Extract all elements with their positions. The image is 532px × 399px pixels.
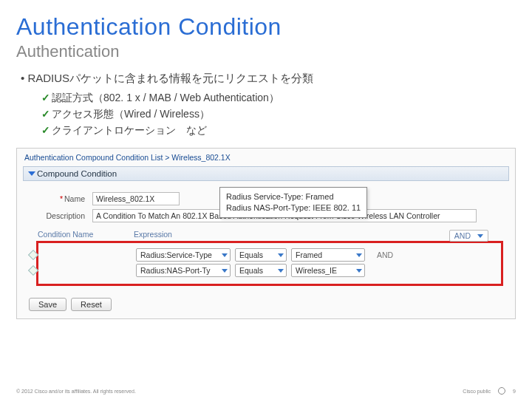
section-title: Compound Condition [37, 169, 117, 178]
attribute-select[interactable]: Radius:Service-Type [136, 248, 231, 262]
slide-subtitle: Authentication [16, 42, 516, 61]
row-logic-label: AND [377, 250, 393, 259]
value-select[interactable]: Wireless_IE [291, 264, 365, 277]
bullet-sub-2: ✓アクセス形態（Wired / Wireless） [41, 108, 516, 121]
operator-select[interactable]: Equals [235, 248, 287, 262]
slide-footer: © 2012 Cisco and/or its affiliates. All … [16, 387, 516, 395]
condition-row: Radius:Service-Type Equals Framed AND [43, 248, 497, 262]
globe-icon [498, 387, 505, 395]
chevron-down-icon [278, 269, 284, 273]
value-select[interactable]: Framed [291, 248, 365, 262]
check-icon: ✓ [41, 108, 50, 120]
logic-operator-select[interactable]: AND [449, 230, 488, 242]
bullet-sub-3: ✓クライアントロケーション など [41, 124, 516, 137]
section-header[interactable]: Compound Condition [23, 166, 509, 181]
chevron-down-icon [477, 234, 483, 238]
chevron-down-icon [278, 253, 284, 257]
name-input[interactable] [92, 192, 180, 205]
chevron-down-icon [356, 269, 362, 273]
tooltip-callout: Radius Service-Type: Framed Radius NAS-P… [219, 187, 367, 218]
condition-handle-icon[interactable] [28, 250, 38, 260]
check-icon: ✓ [41, 124, 50, 136]
breadcrumb[interactable]: Authentication Compound Condition List >… [17, 149, 515, 163]
brand-text: Cisco public [463, 389, 491, 394]
slide-title: Authentication Condition [16, 13, 516, 41]
chevron-down-icon [222, 253, 228, 257]
reset-button[interactable]: Reset [71, 298, 112, 311]
chevron-down-icon [222, 269, 228, 273]
page-number: 9 [513, 389, 516, 394]
collapse-icon[interactable] [28, 171, 35, 176]
name-label: *Name [35, 194, 92, 203]
attribute-select[interactable]: Radius:NAS-Port-Ty [136, 264, 231, 277]
description-label: Description [35, 211, 92, 220]
chevron-down-icon [356, 253, 362, 257]
operator-select[interactable]: Equals [235, 264, 287, 277]
col-header-expression: Expression [134, 230, 503, 239]
highlighted-conditions: Radius:Service-Type Equals Framed AND Ra… [36, 241, 503, 286]
check-icon: ✓ [41, 92, 50, 103]
copyright-text: © 2012 Cisco and/or its affiliates. All … [16, 389, 136, 394]
bullet-sub-1: ✓認証方式（802. 1 x / MAB / Web Authenticatio… [41, 92, 516, 105]
condition-handle-icon[interactable] [28, 265, 38, 276]
col-header-condition-name: Condition Name [38, 230, 131, 239]
save-button[interactable]: Save [29, 298, 66, 311]
condition-row: Radius:NAS-Port-Ty Equals Wireless_IE [43, 264, 497, 277]
bullet-main: RADIUSパケットに含まれる情報を元にリクエストを分類 [21, 72, 516, 86]
condition-panel: Authentication Compound Condition List >… [16, 148, 516, 319]
